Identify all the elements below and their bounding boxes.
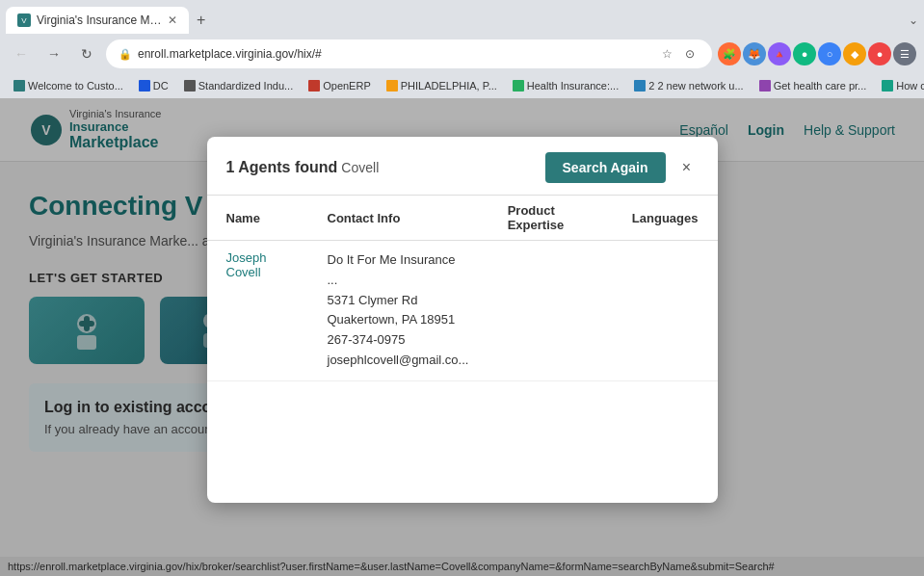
new-tab-button[interactable]: + — [189, 8, 213, 33]
tab-close-button[interactable]: ✕ — [168, 13, 177, 27]
agent-name-cell: Joseph Covell — [207, 241, 308, 381]
reload-button[interactable]: ↻ — [73, 40, 100, 67]
modal: 1 Agents foundCovell Search Again × Name… — [207, 137, 718, 503]
contact-info: Do It For Me Insurance ... 5371 Clymer R… — [328, 250, 469, 371]
address-bar[interactable]: 🔒 enroll.marketplace.virginia.gov/hix/# … — [106, 39, 712, 68]
agent-contact-cell: Do It For Me Insurance ... 5371 Clymer R… — [308, 241, 488, 381]
agent-product-cell — [488, 241, 613, 381]
tab-title: Virginia's Insurance Marketpla... — [37, 13, 162, 27]
col-languages: Languages — [613, 196, 718, 241]
modal-close-button[interactable]: × — [675, 156, 699, 179]
tab-bar: V Virginia's Insurance Marketpla... ✕ + … — [0, 0, 924, 35]
ext-3[interactable]: 🔺 — [768, 42, 791, 65]
agent-name-link[interactable]: Joseph Covell — [226, 250, 267, 279]
ext-1[interactable]: 🧩 — [718, 42, 741, 65]
tab-favicon: V — [17, 13, 31, 27]
ext-2[interactable]: 🦊 — [743, 42, 766, 65]
active-tab[interactable]: V Virginia's Insurance Marketpla... ✕ — [6, 7, 189, 34]
bookmark-dc[interactable]: DC — [133, 78, 174, 93]
bookmark-health-care[interactable]: Get health care pr... — [753, 78, 873, 93]
address-icons: ☆ ⊙ — [657, 44, 700, 64]
agent-company: Do It For Me Insurance ... — [328, 250, 469, 291]
bookmark-network[interactable]: 2 2 new network u... — [628, 78, 749, 93]
bookmark-how-can[interactable]: How can I see pla... — [876, 78, 924, 93]
bookmark-philadelphia[interactable]: PHILADELPHIA, P... — [381, 78, 503, 93]
agent-address-2: Quakertown, PA 18951 — [328, 310, 469, 330]
extensions-area: 🧩 🦊 🔺 ● ○ ◆ ● ☰ — [718, 42, 916, 65]
browser-chrome: V Virginia's Insurance Marketpla... ✕ + … — [0, 0, 924, 98]
modal-overlay: 1 Agents foundCovell Search Again × Name… — [0, 98, 924, 576]
profile-icon[interactable]: ⊙ — [680, 44, 700, 64]
tab-extras[interactable]: ⌄ — [909, 13, 918, 27]
bookmark-custo[interactable]: Welcome to Custo... — [8, 78, 129, 93]
modal-header: 1 Agents foundCovell Search Again × — [207, 137, 718, 195]
ext-5[interactable]: ○ — [818, 42, 841, 65]
col-contact: Contact Info — [308, 196, 488, 241]
address-bar-row: ← → ↻ 🔒 enroll.marketplace.virginia.gov/… — [0, 35, 924, 73]
bookmark-star-icon[interactable]: ☆ — [657, 44, 676, 64]
bookmark-standardized[interactable]: Standardized Indu... — [178, 78, 299, 93]
ext-6[interactable]: ◆ — [843, 42, 866, 65]
search-again-button[interactable]: Search Again — [545, 152, 666, 183]
ext-8[interactable]: ☰ — [893, 42, 916, 65]
bookmark-openrep[interactable]: OpenERP — [303, 78, 377, 93]
modal-search-term: Covell — [341, 160, 379, 175]
forward-button[interactable]: → — [40, 40, 67, 67]
agent-email: josephlcovell@gmail.co... — [328, 351, 469, 371]
lock-icon: 🔒 — [119, 48, 132, 61]
bookmark-health-insurance[interactable]: Health Insurance:... — [507, 78, 624, 93]
ext-4[interactable]: ● — [793, 42, 816, 65]
col-name: Name — [207, 196, 308, 241]
table-row: Joseph Covell Do It For Me Insurance ...… — [207, 241, 718, 381]
back-button[interactable]: ← — [8, 40, 35, 67]
ext-7[interactable]: ● — [868, 42, 891, 65]
agent-phone: 267-374-0975 — [328, 330, 469, 351]
agent-languages-cell — [613, 241, 718, 381]
modal-results-count: 1 Agents found — [226, 159, 338, 175]
agent-address-1: 5371 Clymer Rd — [328, 291, 469, 311]
modal-table: Name Contact Info Product Expertise Lang… — [207, 195, 718, 381]
bookmarks-bar: Welcome to Custo... DC Standardized Indu… — [0, 73, 924, 98]
page: V Virginia's Insurance Insurance Marketp… — [0, 98, 924, 576]
col-product: Product Expertise — [488, 196, 613, 241]
address-text: enroll.marketplace.virginia.gov/hix/# — [138, 47, 651, 61]
modal-title: 1 Agents foundCovell — [226, 159, 380, 176]
